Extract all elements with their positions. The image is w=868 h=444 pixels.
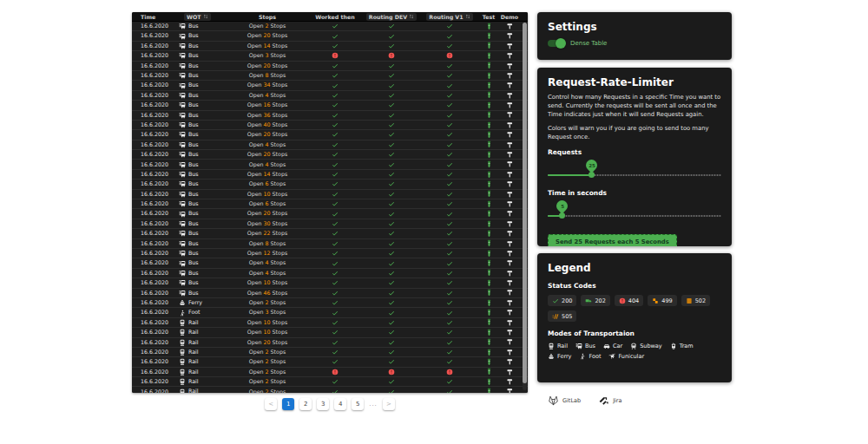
run-test-button[interactable]	[477, 151, 500, 159]
hammer-icon	[506, 52, 514, 60]
demo-button[interactable]	[500, 160, 519, 168]
page-button-3[interactable]: 3	[317, 398, 329, 410]
column-header-routing-v1[interactable]: Routing V1	[422, 13, 477, 21]
prev-page-button[interactable]: <	[265, 398, 277, 410]
demo-button[interactable]	[500, 200, 519, 208]
run-test-button[interactable]	[477, 318, 500, 326]
run-test-button[interactable]	[477, 220, 500, 228]
run-test-button[interactable]	[477, 259, 500, 267]
run-test-button[interactable]	[477, 368, 500, 375]
demo-button[interactable]	[500, 62, 519, 70]
column-header-routing-dev[interactable]: Routing DEV	[361, 13, 422, 21]
demo-button[interactable]	[500, 220, 519, 228]
demo-button[interactable]	[500, 121, 519, 129]
time-slider[interactable]: 5	[548, 199, 721, 223]
run-test-button[interactable]	[477, 329, 500, 336]
demo-button[interactable]	[500, 42, 519, 50]
jira-link[interactable]: Jira	[598, 395, 621, 406]
run-test-button[interactable]	[477, 378, 500, 386]
slider-thumb[interactable]	[589, 172, 595, 178]
demo-button[interactable]	[500, 378, 519, 386]
demo-button[interactable]	[500, 191, 519, 199]
slider-track[interactable]	[548, 174, 721, 176]
demo-button[interactable]	[500, 250, 519, 258]
run-test-button[interactable]	[477, 309, 500, 317]
run-test-button[interactable]	[477, 42, 500, 49]
slider-thumb[interactable]	[559, 212, 565, 219]
demo-button[interactable]	[500, 141, 519, 149]
demo-button[interactable]	[500, 151, 519, 159]
next-page-button[interactable]: >	[383, 398, 395, 410]
run-test-button[interactable]	[477, 180, 500, 188]
run-test-button[interactable]	[477, 52, 500, 60]
demo-button[interactable]	[500, 349, 519, 356]
demo-button[interactable]	[500, 52, 519, 60]
requests-slider[interactable]: 25	[548, 158, 721, 182]
demo-button[interactable]	[500, 299, 519, 307]
scrollbar-thumb[interactable]	[523, 23, 527, 383]
run-test-button[interactable]	[477, 72, 500, 80]
page-button-4[interactable]: 4	[334, 398, 346, 410]
demo-button[interactable]	[500, 369, 519, 376]
demo-button[interactable]	[500, 111, 519, 119]
gitlab-link[interactable]: GitLab	[548, 395, 581, 406]
demo-button[interactable]	[500, 270, 519, 278]
column-header-wot[interactable]: WOT	[175, 13, 226, 21]
run-test-button[interactable]	[477, 230, 500, 238]
table-scrollbar[interactable]	[523, 23, 527, 390]
page-button-5[interactable]: 5	[352, 398, 364, 410]
demo-button[interactable]	[500, 82, 519, 89]
run-test-button[interactable]	[477, 358, 500, 366]
demo-button[interactable]	[500, 171, 519, 179]
run-test-button[interactable]	[477, 279, 500, 287]
run-test-button[interactable]	[477, 32, 500, 40]
run-test-button[interactable]	[477, 140, 500, 148]
run-test-button[interactable]	[477, 289, 500, 297]
run-test-button[interactable]	[477, 299, 500, 307]
demo-button[interactable]	[500, 388, 519, 393]
run-test-button[interactable]	[477, 239, 500, 247]
run-test-button[interactable]	[477, 82, 500, 89]
run-test-button[interactable]	[477, 388, 500, 393]
send-requests-button[interactable]: Send 25 Requests each 5 Seconds	[548, 234, 677, 246]
demo-button[interactable]	[500, 240, 519, 248]
page-button-1[interactable]: 1	[282, 398, 294, 410]
run-test-button[interactable]	[477, 171, 500, 179]
run-test-button[interactable]	[477, 23, 500, 30]
demo-button[interactable]	[500, 279, 519, 287]
run-test-button[interactable]	[477, 111, 500, 119]
run-test-button[interactable]	[477, 101, 500, 109]
vial-icon	[485, 190, 493, 198]
dense-table-toggle[interactable]	[548, 40, 565, 47]
demo-button[interactable]	[500, 101, 519, 109]
run-test-button[interactable]	[477, 190, 500, 198]
run-test-button[interactable]	[477, 121, 500, 129]
demo-button[interactable]	[500, 210, 519, 218]
demo-button[interactable]	[500, 32, 519, 40]
run-test-button[interactable]	[477, 160, 500, 168]
demo-button[interactable]	[500, 358, 519, 366]
run-test-button[interactable]	[477, 131, 500, 139]
demo-button[interactable]	[500, 230, 519, 238]
run-test-button[interactable]	[477, 338, 500, 346]
demo-button[interactable]	[500, 131, 519, 139]
slider-track[interactable]	[548, 215, 721, 217]
demo-button[interactable]	[500, 309, 519, 317]
demo-button[interactable]	[500, 23, 519, 30]
run-test-button[interactable]	[477, 200, 500, 208]
demo-button[interactable]	[500, 180, 519, 188]
demo-button[interactable]	[500, 338, 519, 346]
run-test-button[interactable]	[477, 349, 500, 356]
run-test-button[interactable]	[477, 250, 500, 258]
run-test-button[interactable]	[477, 91, 500, 99]
demo-button[interactable]	[500, 72, 519, 80]
run-test-button[interactable]	[477, 62, 500, 69]
demo-button[interactable]	[500, 289, 519, 297]
demo-button[interactable]	[500, 259, 519, 267]
run-test-button[interactable]	[477, 210, 500, 218]
run-test-button[interactable]	[477, 269, 500, 277]
demo-button[interactable]	[500, 92, 519, 100]
demo-button[interactable]	[500, 319, 519, 327]
demo-button[interactable]	[500, 329, 519, 336]
page-button-2[interactable]: 2	[299, 398, 312, 410]
